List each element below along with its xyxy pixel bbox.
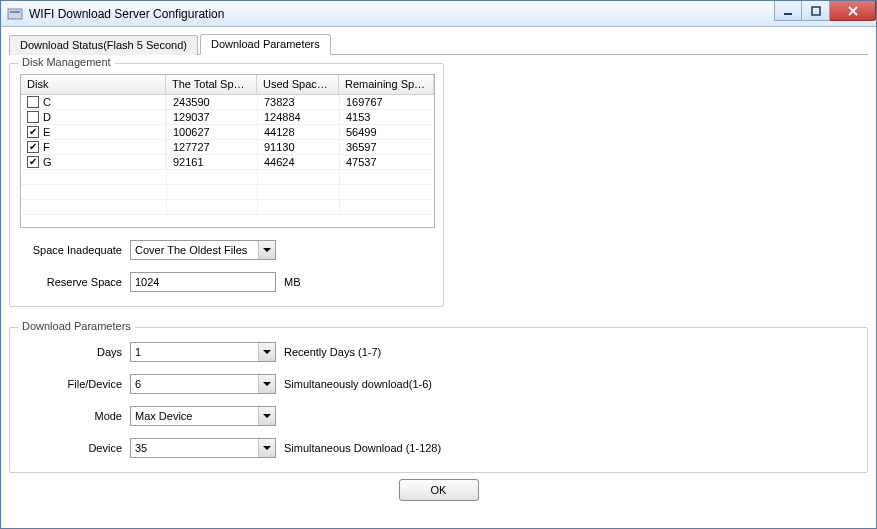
disk-total: 127727 — [166, 140, 257, 154]
table-row-empty — [21, 185, 434, 200]
combo-device-value: 35 — [131, 442, 258, 454]
disk-remain: 36597 — [339, 140, 434, 154]
disk-checkbox[interactable] — [27, 156, 39, 168]
label-days: Days — [20, 346, 130, 358]
col-header-used[interactable]: Used Space(MB) — [257, 75, 339, 94]
app-icon — [7, 6, 23, 22]
disk-total: 100627 — [166, 125, 257, 139]
disk-used: 91130 — [257, 140, 339, 154]
disk-checkbox[interactable] — [27, 96, 39, 108]
disk-used: 44128 — [257, 125, 339, 139]
disk-table: Disk The Total Spac… Used Space(MB) Rema… — [20, 74, 435, 228]
ok-button[interactable]: OK — [399, 479, 479, 501]
minimize-button[interactable] — [774, 1, 802, 21]
disk-name: G — [43, 155, 52, 169]
table-row-empty — [21, 170, 434, 185]
hint-file-device: Simultaneously download(1-6) — [284, 378, 432, 390]
disk-remain: 169767 — [339, 95, 434, 109]
col-header-disk[interactable]: Disk — [21, 75, 166, 94]
maximize-icon — [811, 6, 821, 16]
table-row[interactable]: C24359073823169767 — [21, 95, 434, 110]
svg-rect-1 — [10, 11, 20, 13]
table-row[interactable]: F1277279113036597 — [21, 140, 434, 155]
disk-checkbox[interactable] — [27, 111, 39, 123]
disk-remain: 4153 — [339, 110, 434, 124]
combo-days-value: 1 — [131, 346, 258, 358]
row-days: Days 1 Recently Days (1-7) — [20, 342, 857, 362]
disk-total: 129037 — [166, 110, 257, 124]
row-file-device: File/Device 6 Simultaneously download(1-… — [20, 374, 857, 394]
table-row[interactable]: E1006274412856499 — [21, 125, 434, 140]
close-icon — [847, 6, 859, 16]
row-mode: Mode Max Device — [20, 406, 857, 426]
unit-reserve-space: MB — [284, 276, 301, 288]
combo-mode[interactable]: Max Device — [130, 406, 276, 426]
combo-space-inadequate[interactable]: Cover The Oldest Files — [130, 240, 276, 260]
combo-mode-value: Max Device — [131, 410, 258, 422]
disk-checkbox[interactable] — [27, 126, 39, 138]
col-header-remain[interactable]: Remaining Spac… — [339, 75, 434, 94]
combo-device[interactable]: 35 — [130, 438, 276, 458]
input-reserve-space[interactable] — [130, 272, 276, 292]
button-bar: OK — [9, 479, 868, 501]
combo-days[interactable]: 1 — [130, 342, 276, 362]
disk-name: E — [43, 125, 50, 139]
svg-rect-3 — [812, 7, 820, 15]
tab-strip: Download Status(Flash 5 Second) Download… — [9, 33, 868, 55]
chevron-down-icon — [258, 439, 275, 457]
disk-remain: 56499 — [339, 125, 434, 139]
disk-remain: 47537 — [339, 155, 434, 169]
disk-table-body: C24359073823169767D1290371248844153E1006… — [21, 95, 434, 227]
table-row-empty — [21, 200, 434, 215]
chevron-down-icon — [258, 407, 275, 425]
tab-download-parameters[interactable]: Download Parameters — [200, 34, 331, 55]
disk-used: 73823 — [257, 95, 339, 109]
svg-rect-0 — [8, 9, 22, 19]
disk-total: 243590 — [166, 95, 257, 109]
minimize-icon — [783, 6, 793, 16]
disk-name: D — [43, 110, 51, 124]
disk-name: C — [43, 95, 51, 109]
chevron-down-icon — [258, 241, 275, 259]
app-window: WIFI Download Server Configuration Downl… — [0, 0, 877, 529]
disk-name: F — [43, 140, 50, 154]
label-space-inadequate: Space Inadequate — [20, 244, 130, 256]
group-disk-legend: Disk Management — [18, 56, 115, 68]
row-device: Device 35 Simultaneous Download (1-128) — [20, 438, 857, 458]
disk-table-header: Disk The Total Spac… Used Space(MB) Rema… — [21, 75, 434, 95]
label-device: Device — [20, 442, 130, 454]
close-button[interactable] — [830, 1, 876, 21]
window-controls — [774, 1, 876, 21]
disk-total: 92161 — [166, 155, 257, 169]
row-reserve-space: Reserve Space MB — [20, 272, 433, 292]
label-file-device: File/Device — [20, 378, 130, 390]
disk-used: 44624 — [257, 155, 339, 169]
disk-used: 124884 — [257, 110, 339, 124]
tab-download-status[interactable]: Download Status(Flash 5 Second) — [9, 35, 198, 55]
col-header-total[interactable]: The Total Spac… — [166, 75, 257, 94]
combo-file-device[interactable]: 6 — [130, 374, 276, 394]
svg-rect-2 — [784, 13, 792, 15]
combo-file-device-value: 6 — [131, 378, 258, 390]
table-row[interactable]: D1290371248844153 — [21, 110, 434, 125]
group-download-parameters: Download Parameters Days 1 Recently Days… — [9, 327, 868, 473]
chevron-down-icon — [258, 343, 275, 361]
group-params-legend: Download Parameters — [18, 320, 135, 332]
hint-days: Recently Days (1-7) — [284, 346, 381, 358]
row-space-inadequate: Space Inadequate Cover The Oldest Files — [20, 240, 433, 260]
client-area: Download Status(Flash 5 Second) Download… — [1, 27, 876, 528]
chevron-down-icon — [258, 375, 275, 393]
disk-checkbox[interactable] — [27, 141, 39, 153]
title-bar: WIFI Download Server Configuration — [1, 1, 876, 27]
combo-space-inadequate-value: Cover The Oldest Files — [131, 244, 258, 256]
table-row[interactable]: G921614462447537 — [21, 155, 434, 170]
group-disk-management: Disk Management Disk The Total Spac… Use… — [9, 63, 444, 307]
label-reserve-space: Reserve Space — [20, 276, 130, 288]
maximize-button[interactable] — [802, 1, 830, 21]
label-mode: Mode — [20, 410, 130, 422]
tab-panel-download-parameters: Disk Management Disk The Total Spac… Use… — [9, 55, 868, 524]
window-title: WIFI Download Server Configuration — [29, 7, 224, 21]
hint-device: Simultaneous Download (1-128) — [284, 442, 441, 454]
